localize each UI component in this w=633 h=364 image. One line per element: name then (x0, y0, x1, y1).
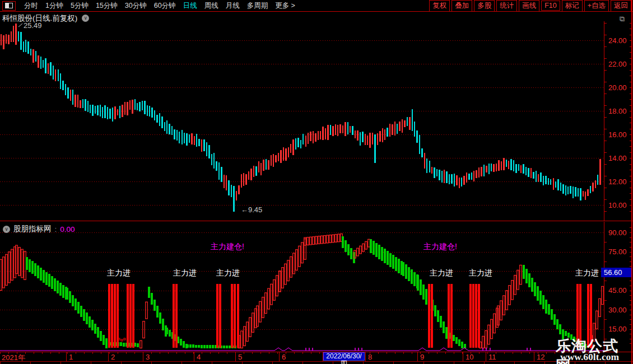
main-force-jiancang-label: 主力建仓! (423, 242, 457, 252)
candles-group (1, 24, 601, 212)
svg-text:75.00: 75.00 (608, 248, 627, 256)
button-F10[interactable]: F10 (541, 1, 560, 11)
year-label: 2021年 (2, 353, 25, 363)
main-force-jiancang-label: 主力建仓! (211, 242, 244, 252)
clipped-status-strip (0, 361, 633, 364)
signal-bars-group (108, 284, 592, 348)
main-force-buy-label: 主力进 (469, 268, 492, 278)
magenta-baseline (0, 348, 604, 351)
low-price-label: ←9.45 (241, 206, 262, 214)
month-separator (194, 352, 194, 361)
window-right-border (631, 0, 632, 364)
tab-分时[interactable]: 分时 (24, 1, 38, 11)
tab-多周期[interactable]: 多周期 (247, 1, 268, 11)
month-separator (143, 352, 143, 361)
tab-15分钟[interactable]: 15分钟 (96, 1, 118, 11)
month-separator (417, 352, 418, 361)
tab-日线[interactable]: 日线 (183, 1, 197, 11)
tab-周线[interactable]: 周线 (204, 1, 218, 11)
month-label-3: 3 (146, 353, 150, 361)
high-annotation-arrow (18, 24, 22, 27)
main-force-buy-label: 主力进 (216, 268, 240, 278)
tab-更多 >[interactable]: 更多 > (275, 1, 295, 11)
month-label-12: 12 (537, 353, 544, 361)
month-separator (108, 352, 109, 361)
button-标记[interactable]: 标记 (562, 0, 583, 12)
tab-30分钟[interactable]: 30分钟 (125, 1, 147, 11)
month-label-8: 8 (368, 353, 372, 361)
month-label-10: 10 (466, 353, 473, 361)
tab-5分钟[interactable]: 5分钟 (71, 1, 89, 11)
indicator-header: ∨ 股朋指标网 : 0.00 (3, 224, 75, 234)
main-force-buy-label: 主力进 (430, 268, 453, 278)
month-label-5: 5 (238, 353, 242, 361)
top-toolbar: 分时1分钟5分钟15分钟30分钟60分钟日线周线月线多周期更多 > 复权叠加多股… (0, 0, 633, 12)
main-candlestick-chart[interactable]: 24.0022.0020.0018.0016.0014.0012.0010.00 (0, 21, 633, 221)
svg-text:10.00: 10.00 (608, 201, 627, 209)
date-axis: 2021年 2022/06/30/四 12345689101112 (0, 352, 633, 361)
svg-text:24.00: 24.00 (608, 36, 627, 45)
app-window: 分时1分钟5分钟15分钟30分钟60分钟日线周线月线多周期更多 > 复权叠加多股… (0, 0, 633, 364)
tab-1分钟[interactable]: 1分钟 (45, 1, 63, 11)
month-separator (66, 352, 67, 361)
button-复权[interactable]: 复权 (429, 0, 450, 12)
indicator-chart[interactable]: 90.0075.0045.0030.0015.00 (0, 222, 633, 351)
button-统计[interactable]: 统计 (496, 0, 517, 12)
current-value-badge: 56.60 (601, 268, 631, 277)
month-label-1: 1 (69, 353, 73, 361)
button-返回[interactable]: 返回 (611, 0, 631, 12)
svg-text:30.00: 30.00 (608, 306, 627, 314)
main-gridlines: 24.0022.0020.0018.0016.0014.0012.0010.00 (0, 21, 632, 221)
panel-divider (0, 221, 633, 221)
button-多股[interactable]: 多股 (474, 0, 495, 12)
svg-text:16.00: 16.00 (608, 130, 627, 139)
svg-text:90.00: 90.00 (608, 228, 627, 237)
month-label-9: 9 (420, 353, 424, 361)
month-label-6: 6 (282, 353, 286, 361)
high-price-label: 25.49 (24, 21, 42, 30)
month-separator (463, 352, 463, 361)
month-label-4: 4 (197, 353, 201, 361)
svg-text:14.00: 14.00 (608, 154, 627, 162)
month-separator (534, 352, 534, 361)
main-force-buy-label: 主力进 (575, 268, 599, 278)
date-marker-badge: 2022/06/30/四 (323, 352, 365, 361)
svg-text:20.00: 20.00 (608, 83, 627, 92)
tab-60分钟[interactable]: 60分钟 (154, 1, 176, 11)
tab-月线[interactable]: 月线 (226, 1, 240, 11)
chevron-down-icon[interactable]: ∨ (3, 226, 10, 233)
watermark-site-url: www.60lt.com (560, 351, 619, 363)
month-separator (365, 352, 366, 361)
month-separator (279, 352, 280, 361)
svg-text:45.00: 45.00 (608, 286, 627, 295)
svg-text:12.00: 12.00 (608, 178, 627, 186)
svg-text:22.00: 22.00 (608, 60, 627, 68)
period-tabstrip: 分时1分钟5分钟15分钟30分钟60分钟日线周线月线多周期更多 > (0, 1, 295, 11)
month-separator (235, 352, 236, 361)
date-axis-minor-ticks (0, 352, 604, 354)
right-button-strip: 复权叠加多股统计画线F10标记+自选返回 (429, 0, 633, 12)
month-label-11: 11 (488, 353, 496, 361)
month-separator (486, 352, 486, 361)
split-pane-icon (5, 3, 13, 8)
svg-text:15.00: 15.00 (608, 325, 627, 333)
main-force-buy-label: 主力进 (173, 268, 197, 278)
svg-text:18.00: 18.00 (608, 107, 627, 115)
indicator-colon: : (55, 225, 57, 234)
split-window-button[interactable] (2, 1, 16, 11)
indicator-value: 0.00 (60, 225, 75, 234)
ribbon-group (0, 234, 603, 348)
button-+自选[interactable]: +自选 (584, 0, 609, 12)
main-force-buy-label: 主力进 (107, 268, 131, 278)
month-label-2: 2 (111, 353, 115, 361)
button-画线[interactable]: 画线 (519, 0, 539, 12)
button-叠加[interactable]: 叠加 (452, 0, 472, 12)
indicator-name: 股朋指标网 (13, 224, 52, 234)
